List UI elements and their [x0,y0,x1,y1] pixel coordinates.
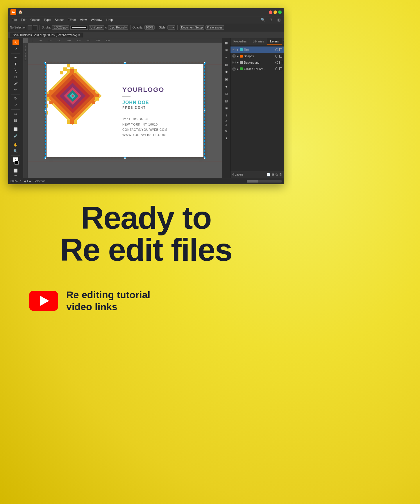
panel-icon[interactable]: ▥ [276,17,282,22]
zoom-tool[interactable]: 🔍 [12,148,19,154]
rect-tool[interactable]: □ [12,74,19,80]
eyedropper-tool[interactable]: 💉 [12,133,19,139]
layer-lock-2[interactable] [279,55,282,58]
handle-tr[interactable] [204,62,205,64]
layer-expand-2[interactable]: ▶ [237,55,239,58]
layers-options-icon[interactable]: ⊞ [272,173,274,176]
layer-expand-4[interactable]: ▶ [237,68,239,70]
rt-italic-icon[interactable]: A [225,124,227,127]
layer-target-1[interactable] [275,48,278,51]
layer-lock-3[interactable] [279,61,282,64]
menu-type[interactable]: Type [42,17,53,22]
gradient-tool[interactable]: ⬜ [12,126,19,132]
opacity-value[interactable]: 100% [144,25,155,30]
next-page-icon[interactable]: ▶ [29,180,31,183]
menu-file[interactable]: File [10,17,19,22]
menu-effect[interactable]: Effect [66,17,78,22]
grid-icon[interactable]: ⊞ [268,17,274,22]
rt-properties-icon[interactable]: ⊞ [223,47,230,53]
layer-item-guides[interactable]: 👁 ▶ Guides For Art... [230,66,284,72]
handle-bl[interactable] [44,157,46,159]
zoom-level[interactable]: 300% [10,180,18,183]
pt-round-dropdown[interactable]: 5 pt. Round ▾ [108,25,128,30]
handle-bm[interactable] [124,157,126,159]
handle-tl[interactable] [44,62,46,64]
paintbrush-tool[interactable]: 🖌 [12,81,19,86]
tab-libraries[interactable]: Libraries [250,38,267,45]
pen-tool[interactable]: ✒ [12,55,19,61]
menu-window[interactable]: Window [89,17,104,22]
menu-select[interactable]: Select [53,17,65,22]
panel-menu-icon[interactable]: ☰ [282,38,284,45]
graph-tool[interactable]: ▦ [12,117,19,123]
layer-visibility-eye-1[interactable]: 👁 [232,48,236,51]
minimize-button[interactable] [274,10,277,14]
handle-tm[interactable] [124,62,126,64]
new-layer-icon[interactable]: 📄 [267,173,271,176]
document-setup-button[interactable]: Document Setup [180,25,204,30]
stroke-color-swatch[interactable] [15,161,19,165]
file-tab[interactable]: Back Business Card.ai @ 300 % (CMYK/Prev… [10,33,83,37]
layer-item-shapes[interactable]: 👁 ▶ Shapes [230,53,284,59]
delete-layer-icon[interactable]: 🗑 [279,173,282,176]
tab-properties[interactable]: Properties [230,38,250,45]
selection-tool[interactable]: ↖ [12,40,19,45]
line-tool[interactable]: ╲ [12,68,19,74]
layer-visibility-eye-4[interactable]: 👁 [232,67,236,71]
rt-info-icon[interactable]: ℹ [223,135,230,141]
search-icon[interactable]: 🔍 [259,17,267,22]
layer-lock-1[interactable] [279,48,282,51]
youtube-icon[interactable] [29,291,58,311]
menu-object[interactable]: Object [29,17,42,22]
rt-links-icon[interactable]: ⋮ [223,112,230,119]
scale-tool[interactable]: ⤢ [12,102,19,108]
maximize-button[interactable] [278,10,282,14]
rt-graphic-styles-icon[interactable]: ▣ [223,76,230,82]
handle-br[interactable] [204,157,205,159]
merge-layers-icon[interactable]: ⧉ [276,173,278,176]
rt-font-icon[interactable]: A [225,119,227,123]
hand-tool[interactable]: ✋ [12,142,19,148]
rt-pathfinder-icon[interactable]: ⊠ [223,105,230,111]
layer-lock-4[interactable] [279,67,282,70]
layer-target-2[interactable] [275,55,278,58]
layer-item-background[interactable]: 👁 ▶ Background [230,59,284,66]
close-button[interactable] [269,10,272,14]
direct-selection-tool[interactable]: ↗ [12,46,19,52]
style-dropdown[interactable]: — ▾ [167,25,175,30]
layer-visibility-eye-3[interactable]: 👁 [232,61,236,64]
layer-item-text[interactable]: 👁 ▶ Text [230,47,284,53]
rt-arrange-icon[interactable]: ▦ [223,40,230,46]
rt-appearance-icon[interactable]: ◈ [223,83,230,90]
prev-page-icon[interactable]: ◀ [24,180,26,183]
menu-edit[interactable]: Edit [19,17,28,22]
change-screen-mode-icon[interactable]: ⬜ [12,168,19,174]
uniform-dropdown[interactable]: Uniform ▾ [89,25,104,30]
layer-expand-1[interactable]: ▶ [237,49,239,51]
preferences-button[interactable]: Preferences [205,25,224,30]
tab-close-icon[interactable]: × [78,33,80,37]
handle-ml[interactable] [44,110,46,111]
layer-visibility-eye-2[interactable]: 👁 [232,54,236,58]
rt-align-icon[interactable]: ▤ [223,98,230,104]
type-tool[interactable]: T [12,61,19,67]
more-tools-icon[interactable]: ••• [14,174,17,177]
handle-mr[interactable] [204,110,205,111]
layer-target-3[interactable] [275,61,278,64]
rt-symbols-icon[interactable]: ✱ [223,69,230,75]
home-icon[interactable]: 🏠 [18,10,23,14]
rt-gear-icon[interactable]: ⚙ [223,128,230,134]
stroke-value[interactable]: 0.3528 pt ▾ [52,25,69,30]
youtube-section[interactable]: Re editing tutorial video links [29,289,150,313]
menu-view[interactable]: View [78,17,89,22]
rotate-tool[interactable]: ↻ [12,96,19,101]
rt-brush-icon[interactable]: ▨ [223,61,230,68]
blend-tool[interactable]: ∞ [12,111,19,117]
ai-canvas[interactable]: 050100150200250300350400 0 50 100 150 20… [23,38,222,178]
tab-layers[interactable]: Layers [267,38,282,45]
layer-expand-3[interactable]: ▶ [237,61,239,64]
pencil-tool[interactable]: ✏ [12,87,19,93]
rt-libraries-icon[interactable]: ≡ [223,54,230,60]
rt-transform-icon[interactable]: ⊡ [223,90,230,97]
layer-target-4[interactable] [275,67,278,70]
